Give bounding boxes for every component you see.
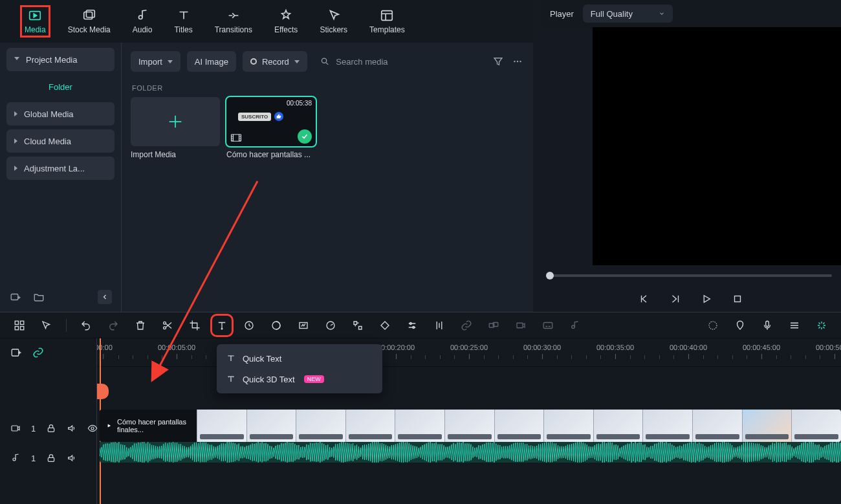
audio-stretch-button[interactable] (567, 318, 583, 333)
split-button[interactable] (160, 318, 175, 333)
ai-image-button[interactable]: AI Image (187, 51, 236, 72)
audio-waveform[interactable] (100, 442, 841, 463)
link-button[interactable] (459, 318, 474, 333)
search-input[interactable] (334, 56, 485, 67)
media-panel: Media Stock Media Audio Titles Transitio… (0, 0, 533, 312)
menu-item-quick-text[interactable]: Quick Text (217, 348, 382, 369)
tab-templates[interactable]: Templates (366, 6, 409, 37)
import-dropdown[interactable]: Import (131, 51, 180, 72)
clip-subscrito-badge: SUSCRITO (238, 113, 271, 121)
link-toggle-button[interactable] (32, 347, 44, 358)
motion-track-button[interactable] (350, 318, 366, 333)
tab-audio-label: Audio (133, 25, 153, 34)
filter-button[interactable] (492, 55, 505, 68)
sidebar-item-global-media[interactable]: Global Media (6, 102, 115, 126)
clip-title: Cómo hacer pantallas ... (226, 150, 316, 159)
timeline-ruler[interactable]: 00:0000:00:05:0000:00:10:0000:00:15:0000… (97, 338, 841, 367)
keyframe-button[interactable] (377, 318, 393, 333)
timeline-canvas[interactable]: 00:0000:00:05:0000:00:10:0000:00:15:0000… (97, 338, 841, 504)
undo-button[interactable] (78, 318, 94, 333)
step-forward-button[interactable] (668, 292, 683, 306)
mute-track-button[interactable] (67, 423, 77, 433)
svg-rect-32 (49, 428, 54, 432)
mixer-button[interactable] (787, 318, 802, 333)
record-dropdown[interactable]: Record (243, 51, 307, 72)
track-manager-button[interactable] (12, 318, 27, 333)
menu-item-quick-3d-text[interactable]: Quick 3D Text NEW (217, 369, 382, 389)
player-viewport[interactable] (593, 27, 841, 265)
tab-stickers[interactable]: Stickers (316, 6, 351, 37)
quality-select[interactable]: Full Quality (583, 5, 673, 23)
player-scrubber[interactable] (541, 265, 841, 286)
tab-media[interactable]: Media (21, 6, 50, 37)
color-button[interactable] (268, 318, 284, 333)
speed-ramp-button[interactable] (323, 318, 338, 333)
tab-titles[interactable]: Titles (170, 6, 196, 37)
subtitle-button[interactable] (540, 318, 556, 333)
render-button[interactable] (705, 318, 721, 333)
svg-point-28 (709, 322, 717, 329)
svg-point-6 (514, 61, 515, 62)
stock-media-icon (82, 8, 96, 23)
quick-text-button[interactable] (214, 318, 230, 333)
timeline: 1 1 00:0000:00:05:0000:00:10:0000:00:15:… (0, 312, 841, 504)
new-bin-button[interactable] (9, 290, 22, 303)
tab-stickers-label: Stickers (320, 25, 347, 34)
video-track-icon (10, 423, 21, 433)
group-button[interactable] (486, 318, 501, 333)
tab-transitions[interactable]: Transitions (211, 6, 256, 37)
add-track-button[interactable] (10, 347, 22, 358)
svg-rect-29 (766, 321, 769, 326)
more-button[interactable] (511, 55, 524, 68)
svg-rect-13 (15, 326, 18, 329)
playhead-knob[interactable] (97, 384, 109, 399)
import-media-tile[interactable] (131, 97, 220, 146)
media-clip-thumbnail[interactable]: 00:05:38 SUSCRITO (226, 97, 316, 146)
audio-mixer-button[interactable] (431, 318, 447, 333)
ruler-tick: 00:00:25:00 (450, 344, 488, 359)
visibility-track-button[interactable] (87, 423, 98, 433)
tab-effects[interactable]: Effects (270, 6, 301, 37)
mute-audio-button[interactable] (67, 453, 77, 463)
svg-rect-2 (86, 10, 94, 17)
stop-button[interactable] (730, 292, 745, 306)
scrub-thumb[interactable] (546, 272, 554, 279)
tab-audio[interactable]: Audio (129, 6, 157, 37)
adjust-button[interactable] (404, 318, 420, 333)
svg-point-8 (519, 61, 521, 62)
tab-stock-media[interactable]: Stock Media (64, 6, 115, 37)
quality-value: Full Quality (591, 9, 633, 19)
transitions-icon (226, 8, 241, 23)
plus-icon (166, 113, 184, 131)
play-button[interactable] (699, 292, 714, 306)
marker-button[interactable] (732, 318, 748, 333)
sidebar-item-adjustment-layer[interactable]: Adjustment La... (6, 157, 115, 180)
svg-rect-10 (735, 296, 741, 302)
lock-audio-button[interactable] (46, 453, 56, 463)
redo-button[interactable] (105, 318, 121, 333)
delete-button[interactable] (133, 318, 148, 333)
video-clip[interactable]: Cómo hacer pantallas finales... (100, 410, 841, 442)
collapse-sidebar-button[interactable] (98, 290, 112, 304)
speed-button[interactable] (241, 318, 257, 333)
lock-track-button[interactable] (46, 423, 56, 433)
tab-effects-label: Effects (274, 25, 298, 34)
crop-zoom-button[interactable] (296, 318, 311, 333)
sidebar-item-folder[interactable]: Folder (6, 75, 115, 98)
media-sidebar: Project Media Folder Global Media Cloud … (0, 43, 122, 312)
prev-frame-button[interactable] (637, 292, 651, 306)
chevron-right-icon (14, 111, 17, 116)
crop-button[interactable] (187, 318, 202, 333)
select-tool-button[interactable] (39, 318, 54, 333)
voiceover-button[interactable] (759, 318, 775, 333)
new-folder-button[interactable] (32, 290, 45, 303)
sidebar-item-project-media[interactable]: Project Media (6, 48, 115, 71)
sidebar-item-label: Cloud Media (24, 137, 71, 146)
svg-rect-3 (382, 11, 393, 21)
sidebar-item-cloud-media[interactable]: Cloud Media (6, 129, 115, 153)
record-label: Record (262, 57, 289, 67)
chevron-right-icon (14, 166, 17, 171)
auto-reframe-button[interactable] (814, 318, 829, 333)
record-vo-button[interactable] (513, 318, 529, 333)
tab-templates-label: Templates (369, 25, 405, 34)
